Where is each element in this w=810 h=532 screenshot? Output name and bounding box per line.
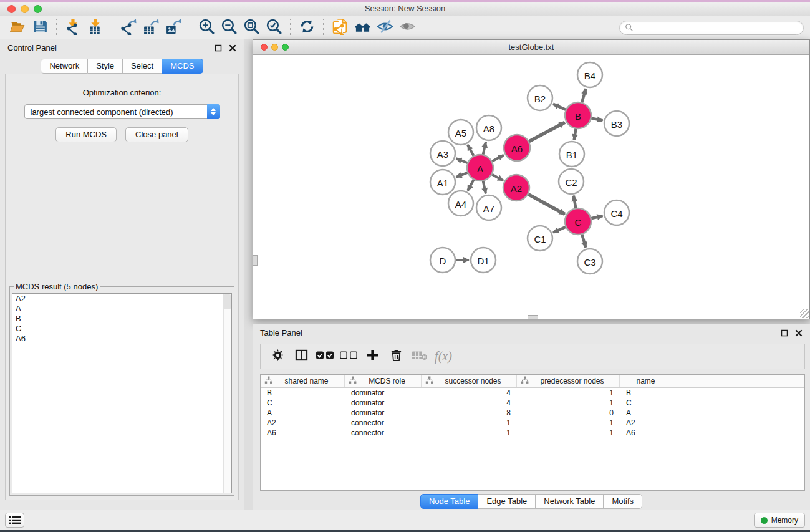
edge-A-A3[interactable]: [456, 158, 469, 163]
zoom-out-button[interactable]: [218, 18, 240, 37]
result-list-item[interactable]: A2: [12, 294, 231, 304]
export-image-button[interactable]: [162, 18, 185, 37]
refresh-layout-button[interactable]: [296, 18, 318, 37]
task-history-button[interactable]: [5, 513, 24, 528]
tab-network-table[interactable]: Network Table: [536, 494, 604, 509]
node-A5[interactable]: A5: [448, 120, 473, 145]
show-all-button[interactable]: [396, 18, 418, 37]
table-cell[interactable]: A2: [620, 418, 672, 427]
edge-A-A6[interactable]: [491, 155, 504, 162]
select-all-rows-button[interactable]: [313, 346, 337, 367]
table-cell[interactable]: B: [261, 389, 345, 397]
table-cell[interactable]: 1: [517, 399, 620, 407]
node-A2[interactable]: A2: [503, 175, 529, 201]
node-D[interactable]: D: [430, 248, 455, 273]
network-close-button[interactable]: [261, 44, 268, 51]
table-cell[interactable]: 4: [422, 399, 517, 407]
result-scrollbar[interactable]: [223, 294, 231, 493]
edge-A-A7[interactable]: [483, 180, 486, 194]
edge-B-B4[interactable]: [581, 89, 586, 104]
export-network-button[interactable]: [117, 18, 140, 37]
zoom-in-button[interactable]: [195, 18, 218, 37]
edge-A2-C[interactable]: [527, 193, 565, 214]
tab-style[interactable]: Style: [88, 59, 123, 74]
export-table-button[interactable]: [140, 18, 162, 37]
tab-node-table[interactable]: Node Table: [420, 494, 479, 509]
first-neighbors-button[interactable]: [351, 18, 374, 37]
tab-edge-table[interactable]: Edge Table: [478, 494, 536, 509]
minimize-window-button[interactable]: [21, 5, 29, 13]
result-list-item[interactable]: A6: [12, 334, 231, 344]
table-row[interactable]: Adominator80A: [261, 408, 804, 418]
table-cell[interactable]: 1: [422, 418, 517, 427]
resize-grip-icon[interactable]: [800, 309, 809, 318]
float-panel-icon[interactable]: [215, 44, 222, 52]
node-A8[interactable]: A8: [476, 115, 501, 140]
node-B[interactable]: B: [565, 102, 591, 128]
node-C3[interactable]: C3: [577, 249, 602, 274]
column-header-predecessor-nodes[interactable]: predecessor nodes: [517, 375, 620, 387]
table-cell[interactable]: dominator: [345, 409, 422, 417]
table-row[interactable]: A6connector11A6: [261, 428, 804, 438]
table-cell[interactable]: A6: [620, 428, 672, 437]
table-cell[interactable]: 1: [517, 428, 620, 437]
hide-selected-button[interactable]: [374, 18, 396, 37]
node-C2[interactable]: C2: [559, 169, 584, 194]
table-cell[interactable]: connector: [345, 428, 422, 437]
open-session-button[interactable]: [6, 18, 29, 37]
table-cell[interactable]: C: [261, 399, 345, 407]
criterion-dropdown[interactable]: largest connected component (directed): [24, 104, 220, 119]
create-new-column-button[interactable]: [360, 346, 384, 367]
edge-C-C3[interactable]: [581, 233, 586, 248]
node-B4[interactable]: B4: [577, 62, 602, 87]
table-cell[interactable]: A2: [261, 418, 345, 427]
bottom-panel-handle[interactable]: [528, 315, 538, 319]
node-A4[interactable]: A4: [448, 191, 473, 216]
node-A[interactable]: A: [467, 155, 493, 181]
close-panel-button[interactable]: Close panel: [125, 127, 188, 142]
tab-network[interactable]: Network: [41, 59, 88, 74]
table-row[interactable]: A2connector11A2: [261, 418, 804, 428]
network-graph[interactable]: AA1A2A3A4A5A6A7A8BB1B2B3B4CC1C2C3C4DD1: [253, 55, 809, 319]
node-C[interactable]: C: [565, 208, 591, 235]
table-cell[interactable]: A: [620, 409, 672, 417]
node-B1[interactable]: B1: [559, 142, 584, 167]
import-network-button[interactable]: [62, 18, 84, 37]
node-D1[interactable]: D1: [471, 248, 496, 273]
edge-C-C2[interactable]: [574, 196, 576, 210]
table-cell[interactable]: A: [261, 409, 345, 417]
close-panel-icon[interactable]: [229, 44, 236, 52]
table-cell[interactable]: 8: [422, 409, 517, 417]
table-cell[interactable]: dominator: [345, 389, 422, 397]
zoom-selected-button[interactable]: [263, 18, 285, 37]
node-C4[interactable]: C4: [604, 200, 629, 225]
table-cell[interactable]: dominator: [345, 399, 422, 407]
edge-B-B2[interactable]: [553, 104, 567, 110]
search-input[interactable]: [637, 23, 798, 32]
table-cell[interactable]: B: [620, 389, 672, 397]
result-list-item[interactable]: A: [12, 304, 231, 314]
tab-mcds[interactable]: MCDS: [162, 59, 203, 74]
table-close-panel-icon[interactable]: [795, 329, 803, 337]
node-A3[interactable]: A3: [430, 141, 455, 166]
table-cell[interactable]: C: [620, 399, 672, 407]
table-cell[interactable]: 1: [422, 428, 517, 437]
node-A6[interactable]: A6: [504, 135, 530, 161]
column-header-name[interactable]: name: [620, 375, 672, 387]
node-C1[interactable]: C1: [528, 226, 552, 251]
node-A7[interactable]: A7: [476, 195, 501, 220]
search-box[interactable]: [619, 21, 804, 35]
result-list-item[interactable]: B: [12, 314, 231, 324]
table-cell[interactable]: 1: [517, 389, 620, 397]
edge-A-A1[interactable]: [456, 172, 469, 177]
column-header-successor-nodes[interactable]: successor nodes: [422, 375, 517, 387]
edge-A-A4[interactable]: [468, 178, 475, 191]
network-window-titlebar[interactable]: testGlobe.txt: [253, 40, 809, 55]
left-panel-handle[interactable]: [253, 255, 258, 266]
tab-motifs[interactable]: Motifs: [604, 494, 642, 509]
table-settings-button[interactable]: [266, 346, 289, 367]
result-list-item[interactable]: C: [12, 324, 231, 334]
import-table-button[interactable]: [84, 18, 107, 37]
edge-A6-B[interactable]: [528, 122, 565, 142]
column-header-MCDS-role[interactable]: MCDS role: [345, 375, 422, 387]
